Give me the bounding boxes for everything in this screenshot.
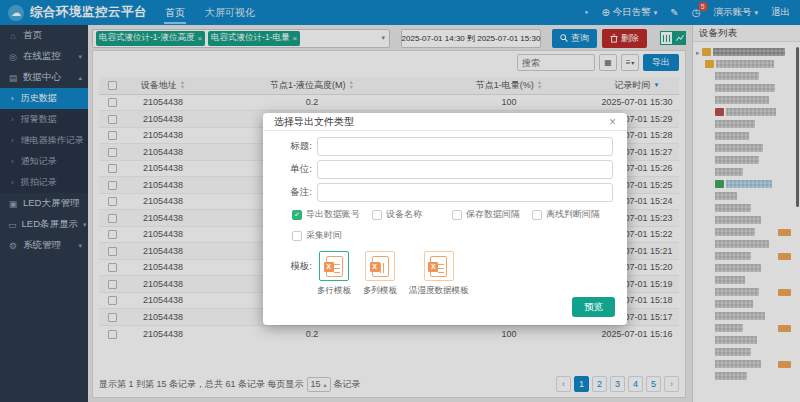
field-label: 标题: bbox=[277, 140, 317, 153]
excel-lines-icon bbox=[334, 263, 340, 273]
app-screen: ☁ 综合环境监控云平台 首页大屏可视化 ◔ ⊕ 今日告警 ▾ ✎ ◷ 5 演示账… bbox=[0, 0, 800, 402]
export-option[interactable]: 设备名称 bbox=[372, 208, 452, 221]
excel-doc-icon: X bbox=[372, 256, 389, 277]
export-option[interactable]: 采集时间 bbox=[292, 229, 372, 242]
excel-x-badge: X bbox=[370, 262, 380, 272]
checkbox-icon[interactable] bbox=[372, 210, 382, 220]
excel-template-icon[interactable]: X bbox=[424, 251, 454, 281]
template-option-label: 多列模板 bbox=[363, 285, 397, 297]
excel-lines-icon bbox=[438, 263, 444, 273]
excel-x-badge: X bbox=[428, 262, 438, 272]
template-label: 模板: bbox=[277, 251, 317, 297]
template-option-label: 温湿度数据模板 bbox=[409, 285, 469, 297]
excel-doc-icon: X bbox=[430, 256, 447, 277]
text-input[interactable] bbox=[317, 183, 613, 202]
checkbox-icon[interactable] bbox=[292, 231, 302, 241]
excel-x-badge: X bbox=[324, 262, 334, 272]
export-option-label: 采集时间 bbox=[306, 229, 342, 242]
excel-template-icon[interactable]: X bbox=[365, 251, 395, 281]
checkbox-icon[interactable] bbox=[532, 210, 542, 220]
preview-button[interactable]: 预览 bbox=[572, 297, 615, 317]
export-option-label: 保存数据间隔 bbox=[466, 208, 520, 221]
export-option-label: 导出数据账号 bbox=[306, 208, 360, 221]
template-option[interactable]: X多行模板 bbox=[317, 251, 351, 297]
modal-title: 选择导出文件类型 bbox=[274, 115, 354, 129]
template-option[interactable]: X温湿度数据模板 bbox=[409, 251, 469, 297]
text-input[interactable] bbox=[317, 160, 613, 179]
close-icon[interactable]: × bbox=[609, 116, 616, 128]
template-options: X多行模板X多列模板X温湿度数据模板 bbox=[317, 251, 469, 297]
template-option[interactable]: X多列模板 bbox=[363, 251, 397, 297]
excel-template-icon[interactable]: X bbox=[319, 251, 349, 281]
text-input[interactable] bbox=[317, 137, 613, 156]
modal-footer: 预览 bbox=[572, 296, 615, 318]
export-option-label: 离线判断间隔 bbox=[546, 208, 600, 221]
modal-header: 选择导出文件类型 × bbox=[263, 113, 627, 131]
export-option[interactable]: 保存数据间隔 bbox=[452, 208, 532, 221]
excel-lines-icon bbox=[380, 263, 386, 273]
template-option-label: 多行模板 bbox=[317, 285, 351, 297]
excel-doc-icon: X bbox=[326, 256, 343, 277]
field-label: 单位: bbox=[277, 163, 317, 176]
field-label: 备注: bbox=[277, 186, 317, 199]
modal-body: 标题:单位:备注: ✓导出数据账号设备名称保存数据间隔离线判断间隔采集时间 模板… bbox=[263, 131, 627, 297]
modal-checkbox-group: ✓导出数据账号设备名称保存数据间隔离线判断间隔采集时间 bbox=[292, 208, 614, 250]
checkbox-icon[interactable] bbox=[452, 210, 462, 220]
export-type-modal: 选择导出文件类型 × 标题:单位:备注: ✓导出数据账号设备名称保存数据间隔离线… bbox=[263, 113, 627, 325]
form-row: 标题: bbox=[277, 137, 613, 156]
export-option[interactable]: 离线判断间隔 bbox=[532, 208, 612, 221]
template-row: 模板: X多行模板X多列模板X温湿度数据模板 bbox=[277, 251, 613, 297]
export-option-label: 设备名称 bbox=[386, 208, 422, 221]
form-row: 单位: bbox=[277, 160, 613, 179]
export-option[interactable]: ✓导出数据账号 bbox=[292, 208, 372, 221]
modal-form: 标题:单位:备注: bbox=[277, 137, 613, 202]
form-row: 备注: bbox=[277, 183, 613, 202]
checkbox-checked-icon[interactable]: ✓ bbox=[292, 210, 302, 220]
